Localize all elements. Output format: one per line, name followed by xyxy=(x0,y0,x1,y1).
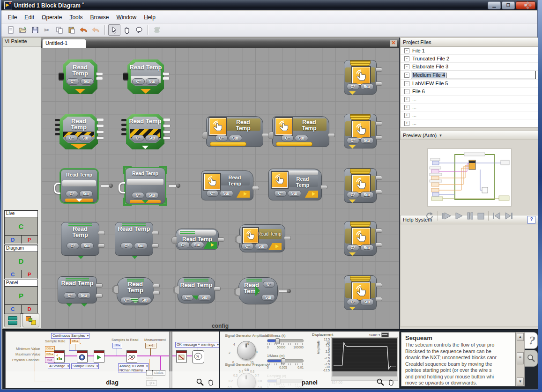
diagram-block-read-temp-10[interactable]: ReadTemp C°5ɯ xyxy=(201,170,253,200)
right-connector-2[interactable] xyxy=(375,81,382,86)
open-file-button[interactable] xyxy=(17,25,29,35)
diagram-block-read-temp-3[interactable]: ReadTemp C°5ɯ xyxy=(59,114,98,149)
menu-tools[interactable]: Tools xyxy=(66,13,86,22)
diagram-block-read-temp-20[interactable]: Read Temp C° 5ɯ xyxy=(178,277,215,303)
project-file-row-10[interactable]: +... xyxy=(401,119,538,127)
diagram-block-touch-7[interactable]: C°5ɯ xyxy=(344,114,377,148)
diagram-block-touch-12[interactable]: C°5ɯ xyxy=(344,168,377,203)
help-button[interactable]: ? xyxy=(527,216,535,224)
search-tab[interactable] xyxy=(525,350,538,367)
right-connector-2[interactable] xyxy=(375,243,382,247)
palette-box-diagram[interactable]: Diagram D C P xyxy=(4,245,38,279)
pan-tool-button[interactable] xyxy=(121,25,133,35)
collapse-icon[interactable]: - xyxy=(404,64,409,69)
run-button[interactable] xyxy=(442,212,451,220)
diagram-block-read-temp-19[interactable]: ReadTemp C° 5ɯ xyxy=(117,277,154,305)
menu-help[interactable]: Help xyxy=(140,13,159,22)
right-connector-2[interactable] xyxy=(375,190,382,194)
stop-button[interactable] xyxy=(477,212,484,220)
reorder-tool-button[interactable] xyxy=(151,25,163,35)
waveform-plot[interactable] xyxy=(332,338,397,377)
slider-1/mass[interactable]: 1/Mass (m) 00.0050.01 xyxy=(267,354,304,369)
cut-button[interactable]: ✂ xyxy=(42,25,53,35)
palette-box-live[interactable]: Live C D P xyxy=(4,210,38,244)
right-connector[interactable] xyxy=(96,72,103,81)
collapse-icon[interactable]: - xyxy=(404,89,409,94)
right-connector[interactable] xyxy=(320,185,327,189)
scroll-up-button[interactable]: ▲ xyxy=(517,333,524,341)
new-file-button[interactable] xyxy=(5,25,16,35)
menu-edit[interactable]: Edit xyxy=(21,13,38,22)
right-pin-connector[interactable] xyxy=(279,290,287,293)
right-connector[interactable] xyxy=(214,287,221,291)
slider-thumb[interactable] xyxy=(275,338,280,344)
right-connector-2[interactable] xyxy=(152,244,159,248)
pan-hand-icon[interactable] xyxy=(208,378,215,386)
collapse-icon[interactable]: - xyxy=(404,81,409,86)
left-connector[interactable] xyxy=(171,237,177,244)
diagram-block-read-temp-9[interactable]: Read Temp C°5ɯ xyxy=(125,168,165,204)
right-connector-2[interactable] xyxy=(98,244,105,248)
project-file-row-7[interactable]: +... xyxy=(401,96,538,104)
undo-button[interactable] xyxy=(78,25,89,35)
error-handler-block[interactable]: ?! xyxy=(192,350,204,363)
copy-button[interactable] xyxy=(54,25,65,35)
daqmx-create-channel-block[interactable] xyxy=(54,350,65,362)
timing-dropdown[interactable]: Continuous Samples xyxy=(51,333,89,339)
project-file-row-9[interactable]: +... xyxy=(401,111,538,119)
project-file-row-6[interactable]: -File 6 xyxy=(401,88,538,96)
paste-button[interactable] xyxy=(66,25,77,35)
left-connector[interactable] xyxy=(234,288,240,296)
scroll-down-button[interactable]: ▼ xyxy=(517,377,524,385)
sample-rate-terminal[interactable]: DBL▸ xyxy=(70,339,80,344)
scroll-thumb[interactable] xyxy=(517,352,524,364)
diagram-block-read-temp-13[interactable]: ReadTemp C°5ɯ xyxy=(61,222,99,256)
left-claw-connector[interactable] xyxy=(54,183,60,194)
diagram-block-read-temp-16[interactable]: Read Temp C°5ɯ xyxy=(239,224,285,252)
project-file-row-2[interactable]: -Truncated File 2 xyxy=(401,55,538,63)
right-connector-1[interactable] xyxy=(375,229,382,233)
daqmx-clear-block[interactable] xyxy=(176,350,187,362)
right-connector-1[interactable] xyxy=(375,67,382,72)
diagram-block-read-temp-18[interactable]: Read Temp C°5ɯ xyxy=(58,276,97,303)
canvas-close-icon[interactable]: ✕ xyxy=(390,39,397,47)
right-connector-1[interactable] xyxy=(153,284,160,288)
maximum-value-terminal[interactable]: DBL▸ xyxy=(45,352,55,357)
zoom-icon[interactable] xyxy=(377,378,384,386)
expand-icon[interactable]: + xyxy=(404,121,409,126)
balloon-tool-button[interactable] xyxy=(134,25,145,35)
list-view-tab[interactable] xyxy=(4,313,21,327)
physical-channel-terminal[interactable]: I/O▸ xyxy=(45,357,55,363)
diagram-block-touch-17[interactable]: C°5ɯ xyxy=(344,221,377,256)
diagram-block-read-temp-21[interactable]: ReadTemp C° 5ɯ xyxy=(238,277,278,304)
diagram-block-read-temp-1[interactable]: Read TempC°5ɯ xyxy=(127,59,164,94)
go-end-button[interactable] xyxy=(505,212,513,220)
left-connector[interactable] xyxy=(235,235,241,244)
daqmx-timing-block[interactable] xyxy=(77,350,88,362)
diagram-block-read-temp-14[interactable]: Read Temp C°5ɯ xyxy=(115,222,153,256)
title-bar[interactable]: Untitled 1 Block Diagram * ▁ ❐ ✕ xyxy=(1,0,537,10)
diagram-block-read-temp-15[interactable]: Read Temp C°5ɯ xyxy=(176,229,219,250)
diagram-block-read-temp-0[interactable]: ReadTempC°5ɯ xyxy=(63,59,97,94)
diagram-block-read-temp-11[interactable]: ReadTemp C°5ɯ xyxy=(268,169,322,200)
right-connectors[interactable] xyxy=(97,118,104,142)
diagram-block-read-temp-8[interactable]: Read Temp C°5ɯ xyxy=(60,169,98,203)
right-connector-1[interactable] xyxy=(375,283,382,287)
collapse-icon[interactable]: - xyxy=(404,48,409,53)
project-file-row-1[interactable]: -File 1 xyxy=(401,47,538,55)
left-connector[interactable] xyxy=(173,286,179,294)
right-connector-2[interactable] xyxy=(153,291,160,295)
left-connector[interactable] xyxy=(268,132,274,139)
expand-icon[interactable]: + xyxy=(404,113,409,118)
diagram-block-read-temp-6[interactable]: ReadTemp C°5ɯ xyxy=(272,116,329,147)
left-connectors[interactable] xyxy=(55,119,60,138)
expand-icon[interactable]: + xyxy=(404,97,409,102)
right-connector[interactable] xyxy=(96,283,103,288)
right-connector[interactable] xyxy=(98,231,105,235)
daqmx-read-block[interactable] xyxy=(126,350,137,362)
right-connector[interactable] xyxy=(328,133,335,137)
palette-box-panel[interactable]: Panel P C D xyxy=(4,280,38,314)
right-connector[interactable] xyxy=(284,236,291,240)
right-pin-connector[interactable] xyxy=(101,185,109,187)
rename-input[interactable]: Medium File 4 xyxy=(411,71,536,79)
